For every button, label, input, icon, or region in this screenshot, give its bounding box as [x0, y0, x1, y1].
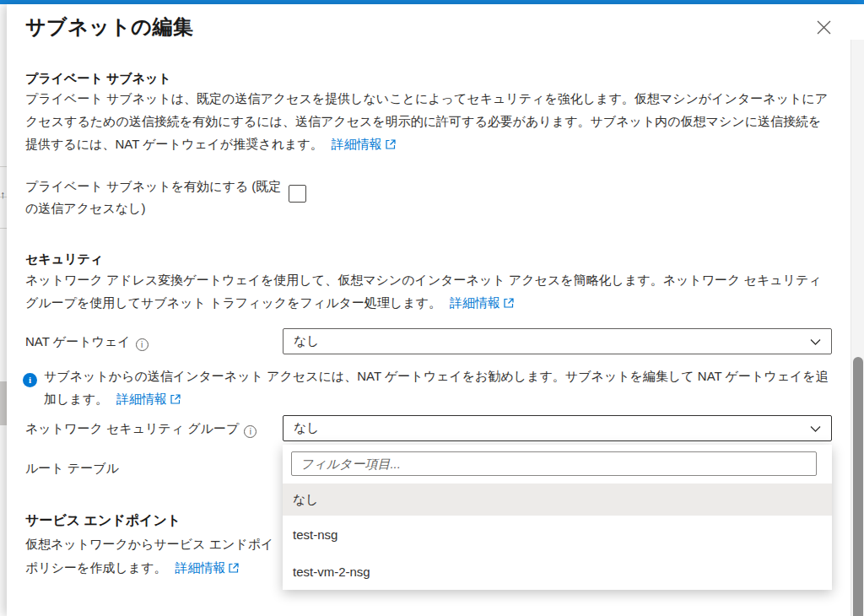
info-tooltip-icon[interactable]: i	[136, 338, 148, 351]
nat-info-note: サブネットからの送信インターネット アクセスには、NAT ゲートウェイをお勧めし…	[44, 365, 834, 411]
learn-more-label: 詳細情報	[116, 392, 167, 406]
nsg-filter-input[interactable]	[291, 451, 817, 476]
info-icon: i	[23, 373, 37, 387]
nsg-select[interactable]: なし	[283, 415, 832, 441]
nat-info-learn-more-link[interactable]: 詳細情報	[116, 392, 181, 406]
private-subnet-checkbox[interactable]	[289, 185, 306, 203]
nsg-option-test-nsg[interactable]: test-nsg	[283, 516, 832, 553]
nat-gateway-select[interactable]: なし	[283, 328, 832, 354]
security-description: ネットワーク アドレス変換ゲートウェイを使用して、仮想マシンのインターネット ア…	[25, 268, 834, 315]
learn-more-label: 詳細情報	[175, 560, 225, 575]
external-link-icon	[386, 133, 396, 156]
nat-gateway-label: NAT ゲートウェイi	[25, 334, 148, 351]
edit-subnet-screen: ↑ サブネットの編集 プライベート サブネット プライベート サブネットは、既定…	[0, 0, 864, 616]
page-title: サブネットの編集	[25, 14, 193, 41]
route-table-label: ルート テーブル	[25, 461, 119, 477]
learn-more-label: 詳細情報	[332, 137, 382, 151]
nsg-selected-value: なし	[294, 420, 320, 436]
bg-table-line	[0, 166, 7, 167]
nsg-dropdown-popup: なし test-nsg test-vm-2-nsg	[283, 445, 832, 590]
close-icon	[817, 20, 831, 38]
security-description-text: ネットワーク アドレス変換ゲートウェイを使用して、仮想マシンのインターネット ア…	[25, 273, 822, 310]
background-page-sliver: ↑	[0, 4, 7, 616]
security-heading: セキュリティ	[25, 251, 103, 267]
service-endpoints-line2: ポリシーを作成します。詳細情報	[25, 556, 282, 581]
scrollbar-thumb[interactable]	[853, 357, 863, 616]
external-link-icon	[504, 292, 514, 315]
private-subnet-checkbox-label: プライベート サブネットを有効にする (既定の送信アクセスなし)	[25, 176, 287, 219]
service-endpoints-learn-more-link[interactable]: 詳細情報	[175, 560, 239, 575]
service-endpoints-description: 仮想ネットワークからサービス エンドポイ ポリシーを作成します。詳細情報	[25, 532, 282, 581]
bg-table-line	[0, 228, 7, 229]
security-learn-more-link[interactable]: 詳細情報	[450, 295, 514, 310]
chevron-down-icon	[810, 421, 821, 435]
nat-gateway-label-text: NAT ゲートウェイ	[25, 334, 131, 349]
external-link-icon	[229, 557, 239, 581]
close-button[interactable]	[812, 17, 835, 41]
nsg-option-none[interactable]: なし	[283, 484, 832, 516]
edit-subnet-panel: サブネットの編集 プライベート サブネット プライベート サブネットは、既定の送…	[7, 4, 864, 616]
info-tooltip-icon[interactable]: i	[244, 425, 256, 438]
nsg-options-list: なし test-nsg test-vm-2-nsg	[283, 484, 832, 590]
bg-sort-arrow-icon: ↑	[0, 188, 6, 201]
nsg-label: ネットワーク セキュリティ グループi	[25, 421, 256, 438]
learn-more-label: 詳細情報	[450, 295, 500, 310]
service-endpoints-heading: サービス エンドポイント	[25, 512, 181, 530]
nsg-label-text: ネットワーク セキュリティ グループ	[25, 421, 239, 435]
scrollbar-track[interactable]	[850, 40, 864, 616]
chevron-down-icon	[810, 334, 821, 349]
private-subnet-description: プライベート サブネットは、既定の送信アクセスを提供しないことによってセキュリテ…	[25, 87, 834, 156]
external-link-icon	[170, 388, 181, 411]
private-subnet-heading: プライベート サブネット	[25, 71, 171, 87]
nsg-option-test-vm-2-nsg[interactable]: test-vm-2-nsg	[283, 553, 832, 590]
private-subnet-description-text: プライベート サブネットは、既定の送信アクセスを提供しないことによってセキュリテ…	[25, 91, 828, 151]
service-endpoints-line2-text: ポリシーを作成します。	[25, 560, 166, 575]
nat-gateway-selected-value: なし	[294, 333, 320, 349]
service-endpoints-line1: 仮想ネットワークからサービス エンドポイ	[25, 532, 282, 556]
private-subnet-learn-more-link[interactable]: 詳細情報	[332, 137, 396, 151]
bg-grey-block	[0, 381, 7, 425]
